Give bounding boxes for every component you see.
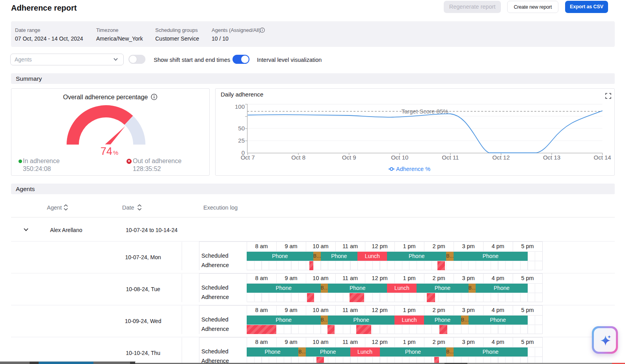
- svg-text:Oct 9: Oct 9: [342, 154, 356, 161]
- svg-text:25: 25: [238, 137, 245, 144]
- svg-text:%: %: [113, 149, 118, 156]
- svg-text:Oct 14: Oct 14: [593, 154, 611, 161]
- svg-text:Oct 10: Oct 10: [391, 154, 408, 161]
- svg-text:Target Score 85%: Target Score 85%: [401, 108, 448, 115]
- svg-text:50: 50: [238, 125, 245, 132]
- svg-text:100: 100: [235, 103, 245, 110]
- svg-text:Oct 13: Oct 13: [543, 154, 560, 161]
- svg-text:Oct 12: Oct 12: [492, 154, 510, 161]
- svg-text:Oct 8: Oct 8: [291, 154, 305, 161]
- svg-text:74: 74: [100, 145, 112, 157]
- svg-text:Adherence %: Adherence %: [396, 166, 430, 172]
- svg-text:Oct 7: Oct 7: [241, 154, 255, 161]
- svg-text:Oct 11: Oct 11: [442, 154, 459, 161]
